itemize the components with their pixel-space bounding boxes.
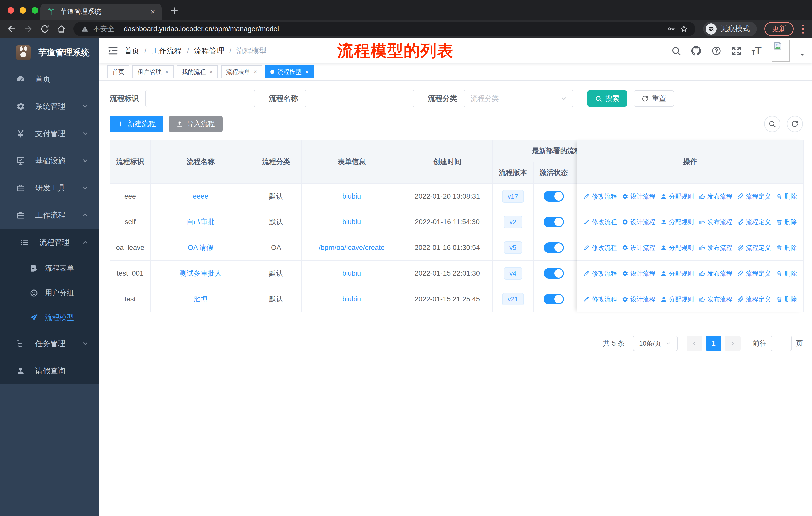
close-icon[interactable]: ×: [209, 68, 213, 75]
goto-page-input[interactable]: [771, 335, 792, 351]
import-model-button[interactable]: 导入流程: [169, 116, 223, 132]
version-badge[interactable]: v17: [502, 190, 524, 202]
action-process-definition[interactable]: 流程定义: [737, 295, 771, 303]
category-select[interactable]: 流程分类: [464, 90, 573, 107]
sidebar-item-user-group[interactable]: 用户分组: [0, 281, 99, 305]
action-process-definition[interactable]: 流程定义: [737, 218, 771, 226]
url-text[interactable]: dashboard.yudao.iocoder.cn/bpm/manager/m…: [124, 25, 663, 33]
action-delete[interactable]: 删除: [776, 192, 797, 200]
sidebar-item-process-management[interactable]: 流程管理: [0, 229, 99, 256]
next-page-button[interactable]: [725, 335, 741, 351]
close-icon[interactable]: ×: [165, 68, 169, 75]
back-icon[interactable]: [7, 24, 16, 33]
close-icon[interactable]: ×: [305, 68, 309, 75]
model-name-link[interactable]: eeee: [193, 192, 208, 200]
sidebar-collapse-icon[interactable]: [108, 46, 118, 56]
search-button[interactable]: 搜索: [587, 90, 627, 107]
show-search-button[interactable]: [764, 116, 780, 132]
active-toggle[interactable]: [544, 242, 564, 253]
active-toggle[interactable]: [544, 294, 564, 304]
avatar-caret-icon[interactable]: [800, 54, 805, 58]
tag-process-model[interactable]: 流程模型 ×: [265, 65, 314, 78]
page-size-select[interactable]: 10条/页: [633, 335, 677, 351]
browser-update-button[interactable]: 更新: [764, 22, 794, 36]
action-deploy-model[interactable]: 发布流程: [699, 192, 732, 200]
model-name-input[interactable]: [304, 90, 414, 107]
form-link[interactable]: biubiu: [342, 192, 361, 200]
action-delete[interactable]: 删除: [776, 244, 797, 252]
active-toggle[interactable]: [544, 191, 564, 201]
action-assign-rule[interactable]: 分配规则: [661, 218, 694, 226]
action-delete[interactable]: 删除: [776, 295, 797, 303]
form-link[interactable]: biubiu: [342, 218, 361, 226]
form-link[interactable]: /bpm/oa/leave/create: [319, 244, 385, 252]
browser-menu-icon[interactable]: [801, 25, 805, 33]
tag-tenant[interactable]: 租户管理 ×: [133, 65, 174, 78]
create-model-button[interactable]: 新建流程: [110, 116, 163, 132]
help-icon[interactable]: [711, 46, 721, 56]
sidebar-item-system[interactable]: 系统管理: [0, 93, 99, 120]
sidebar-item-infra[interactable]: 基础设施: [0, 147, 99, 174]
address-bar[interactable]: 不安全 dashboard.yudao.iocoder.cn/bpm/manag…: [74, 22, 695, 36]
reset-button[interactable]: 重置: [634, 90, 674, 107]
breadcrumb-process-management[interactable]: 流程管理: [182, 46, 224, 56]
action-delete[interactable]: 删除: [776, 269, 797, 278]
refresh-table-button[interactable]: [787, 116, 803, 132]
form-link[interactable]: biubiu: [342, 295, 361, 303]
action-process-definition[interactable]: 流程定义: [737, 244, 771, 252]
form-link[interactable]: biubiu: [342, 269, 361, 277]
model-key-input[interactable]: [145, 90, 255, 107]
model-name-link[interactable]: 测试多审批人: [179, 269, 222, 278]
new-tab-button[interactable]: +: [171, 3, 178, 18]
window-close-button[interactable]: [7, 7, 14, 13]
version-badge[interactable]: v2: [504, 216, 522, 228]
security-label[interactable]: 不安全: [93, 24, 114, 34]
sidebar-item-workflow[interactable]: 工作流程: [0, 201, 99, 229]
sidebar-item-task-management[interactable]: 任务管理: [0, 330, 99, 357]
sidebar-item-process-model[interactable]: 流程模型: [0, 305, 99, 330]
version-badge[interactable]: v21: [502, 293, 524, 305]
window-maximize-button[interactable]: [32, 7, 38, 13]
action-assign-rule[interactable]: 分配规则: [661, 244, 694, 252]
avatar[interactable]: [772, 40, 790, 62]
model-name-link[interactable]: OA 请假: [188, 243, 214, 252]
sidebar-item-process-form[interactable]: 流程表单: [0, 256, 99, 281]
action-edit-model[interactable]: 修改流程: [583, 192, 617, 200]
action-process-definition[interactable]: 流程定义: [737, 192, 771, 200]
action-deploy-model[interactable]: 发布流程: [699, 244, 732, 252]
action-design-model[interactable]: 设计流程: [622, 269, 656, 278]
action-deploy-model[interactable]: 发布流程: [699, 295, 732, 303]
action-design-model[interactable]: 设计流程: [622, 244, 656, 252]
close-icon[interactable]: ×: [254, 68, 257, 75]
search-icon[interactable]: [671, 46, 681, 56]
sidebar-item-devtools[interactable]: 研发工具: [0, 174, 99, 201]
action-delete[interactable]: 删除: [776, 218, 797, 226]
action-design-model[interactable]: 设计流程: [622, 192, 656, 200]
page-number-1[interactable]: 1: [706, 335, 721, 351]
tab-close-icon[interactable]: ×: [150, 7, 155, 16]
breadcrumb-workflow[interactable]: 工作流程: [140, 46, 182, 56]
github-icon[interactable]: [691, 46, 701, 56]
action-deploy-model[interactable]: 发布流程: [699, 218, 732, 226]
home-icon[interactable]: [57, 24, 66, 33]
action-edit-model[interactable]: 修改流程: [583, 295, 617, 303]
action-edit-model[interactable]: 修改流程: [583, 269, 617, 278]
action-assign-rule[interactable]: 分配规则: [661, 295, 694, 303]
prev-page-button[interactable]: [687, 335, 702, 351]
model-name-link[interactable]: 自己审批: [186, 217, 215, 227]
action-assign-rule[interactable]: 分配规则: [661, 269, 694, 278]
reload-icon[interactable]: [40, 24, 49, 33]
breadcrumb-home[interactable]: 首页: [124, 46, 140, 56]
sidebar-item-home[interactable]: 首页: [0, 65, 99, 93]
sidebar-item-leave-query[interactable]: 请假查询: [0, 357, 99, 384]
action-deploy-model[interactable]: 发布流程: [699, 269, 732, 278]
version-badge[interactable]: v4: [504, 267, 522, 280]
action-process-definition[interactable]: 流程定义: [737, 269, 771, 278]
sidebar-item-payment[interactable]: 支付管理: [0, 120, 99, 147]
font-size-icon[interactable]: TT: [752, 46, 762, 56]
active-toggle[interactable]: [544, 268, 564, 279]
version-badge[interactable]: v5: [504, 241, 522, 254]
action-design-model[interactable]: 设计流程: [622, 218, 656, 226]
action-assign-rule[interactable]: 分配规则: [661, 192, 694, 200]
forward-icon[interactable]: [24, 24, 33, 33]
